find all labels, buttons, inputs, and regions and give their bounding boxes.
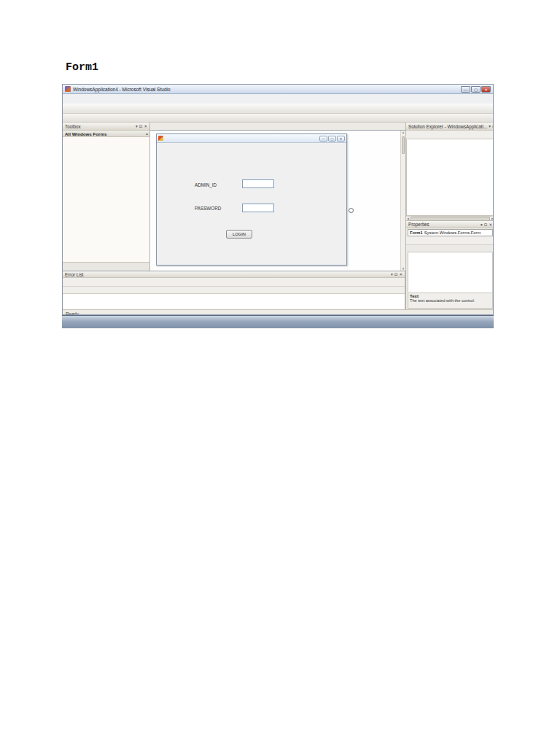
password-label: PASSWORD <box>195 206 221 211</box>
toolbox-title: Toolbox <box>65 124 81 129</box>
pin-icon[interactable]: ▾ <box>481 222 483 227</box>
toolbox-group-header[interactable]: All Windows Forms ▲ <box>63 131 149 137</box>
minimize-button[interactable]: — <box>461 86 470 93</box>
designed-form-controls: — ▢ ✕ <box>319 136 345 142</box>
close-button[interactable]: ✕ <box>481 86 491 93</box>
standard-toolbar <box>63 104 493 114</box>
vs-screenshot: WindowsApplication4 - Microsoft Visual S… <box>62 84 494 328</box>
properties-panel: Properties ▾ ⊡ ✕ Form1 System.Windows.Fo… <box>406 220 494 309</box>
close-icon[interactable]: ✕ <box>399 272 402 276</box>
toolbox-list <box>63 137 149 263</box>
dock-icon[interactable]: ⊡ <box>139 124 143 128</box>
error-list-header <box>63 287 405 294</box>
solution-explorer-title: Solution Explorer - WindowsApplicati... <box>408 124 487 129</box>
object-selector[interactable]: Form1 System.Windows.Forms.Form <box>408 229 493 236</box>
designer-scrollbar[interactable]: ▲ ▼ <box>400 131 405 271</box>
form-close-icon: ✕ <box>337 136 345 142</box>
visual-studio-icon <box>65 86 71 92</box>
vs-window: WindowsApplication4 - Microsoft Visual S… <box>62 84 494 315</box>
resize-handle[interactable] <box>349 208 354 213</box>
scrollbar-thumb[interactable] <box>402 136 405 154</box>
form-maximize-icon: ▢ <box>328 136 336 142</box>
properties-title: Properties <box>408 222 429 227</box>
password-textbox[interactable] <box>242 204 274 212</box>
designed-form[interactable]: — ▢ ✕ ADMIN_ID PASSWORD LOGIN <box>156 133 347 266</box>
close-icon[interactable]: ✕ <box>144 124 147 128</box>
maximize-button[interactable]: ▢ <box>471 86 481 93</box>
form-minimize-icon: — <box>319 136 327 142</box>
window-controls: — ▢ ✕ <box>460 86 491 93</box>
dock-icon[interactable]: ⊡ <box>394 272 398 276</box>
login-button[interactable]: LOGIN <box>226 230 252 239</box>
solution-tree <box>406 139 494 216</box>
error-list-panel: Error List ▾ ⊡ ✕ <box>63 271 405 309</box>
designed-form-titlebar: — ▢ ✕ <box>157 134 346 143</box>
pin-icon[interactable]: ▾ <box>391 272 393 276</box>
menu-bar <box>63 94 493 104</box>
properties-toolbar <box>406 237 494 245</box>
solution-explorer-titlebar: Solution Explorer - WindowsApplicati... … <box>406 123 494 131</box>
error-list-toolbar <box>63 278 405 287</box>
error-list-title: Error List <box>65 272 84 277</box>
admin-id-label: ADMIN_ID <box>195 182 217 187</box>
property-help-text: The text associated with the control. <box>410 298 491 303</box>
layout-toolbar <box>63 114 493 123</box>
error-list-titlebar: Error List ▾ ⊡ ✕ <box>63 271 405 278</box>
vs-titlebar: WindowsApplication4 - Microsoft Visual S… <box>63 85 493 94</box>
windows-taskbar <box>62 315 494 328</box>
toolbox-titlebar: Toolbox ▾ ⊡ ✕ <box>63 123 149 131</box>
toolbox-panel: Toolbox ▾ ⊡ ✕ All Windows Forms ▲ <box>63 123 150 271</box>
solution-explorer-panel: Solution Explorer - WindowsApplicati... … <box>406 123 494 220</box>
dock-icon[interactable]: ⊡ <box>484 222 488 227</box>
scroll-up-icon[interactable]: ▲ <box>145 131 149 136</box>
document-page: Form1 WindowsApplication4 - Microsoft Vi… <box>0 0 560 747</box>
status-bar: Ready <box>63 309 493 315</box>
property-help: Text The text associated with the contro… <box>408 293 493 309</box>
right-column: Solution Explorer - WindowsApplicati... … <box>405 123 494 309</box>
window-title: WindowsApplication4 - Microsoft Visual S… <box>73 87 171 92</box>
dock-icon[interactable]: ⊡ <box>492 124 494 128</box>
form-designer: — ▢ ✕ ADMIN_ID PASSWORD LOGIN <box>150 131 405 271</box>
toolbox-bottom-tabs <box>63 262 149 271</box>
admin-id-textbox[interactable] <box>242 179 274 188</box>
pin-icon[interactable]: ▾ <box>489 124 491 128</box>
form-icon <box>158 136 163 141</box>
editor-area: — ▢ ✕ ADMIN_ID PASSWORD LOGIN <box>150 123 405 271</box>
pin-icon[interactable]: ▾ <box>136 124 138 128</box>
properties-titlebar: Properties ▾ ⊡ ✕ <box>406 221 494 228</box>
document-tabstrip <box>150 123 405 131</box>
page-title: Form1 <box>66 61 98 74</box>
close-icon[interactable]: ✕ <box>489 222 492 227</box>
